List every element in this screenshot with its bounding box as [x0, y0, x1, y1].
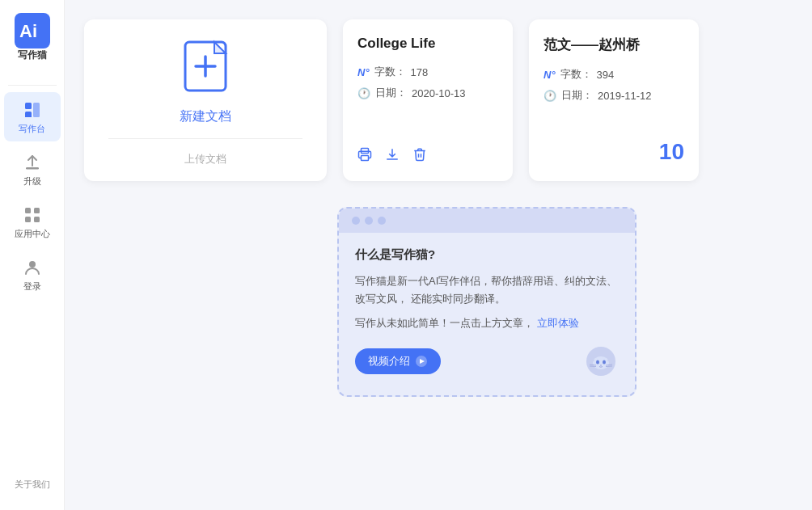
info-box-header — [339, 209, 635, 233]
fan-wen-card[interactable]: 范文——赵州桥 N° 字数： 394 🕐 日期： 2019-11-12 10 — [529, 19, 699, 181]
sidebar-item-apps-label: 应用中心 — [15, 228, 50, 240]
svg-rect-7 — [34, 208, 40, 213]
fan-wen-word-count: N° 字数： 394 — [543, 67, 684, 82]
svg-rect-3 — [25, 112, 32, 117]
fan-wen-title: 范文——赵州桥 — [543, 36, 684, 54]
svg-point-23 — [603, 360, 606, 365]
svg-point-10 — [29, 261, 36, 268]
svg-line-28 — [606, 366, 612, 367]
fan-wen-date-value: 2019-11-12 — [598, 90, 652, 102]
svg-rect-8 — [25, 217, 31, 222]
info-box-cta: 写作从未如此简单！一点击上方文章， 立即体验 — [355, 316, 619, 331]
logo-area: Ai 写作猫 — [15, 13, 50, 62]
fan-wen-word-count-label: 字数： — [560, 67, 592, 82]
svg-point-24 — [600, 365, 602, 365]
new-doc-icon — [173, 34, 238, 99]
svg-rect-4 — [33, 103, 40, 117]
new-doc-icon-wrap — [173, 34, 238, 99]
traffic-dot-2 — [365, 217, 373, 225]
college-life-date: 🕐 日期： 2020-10-13 — [357, 86, 498, 100]
svg-rect-6 — [25, 208, 31, 213]
print-button[interactable] — [357, 147, 372, 165]
sidebar-item-upgrade[interactable]: 升级 — [4, 145, 61, 194]
svg-line-26 — [590, 366, 596, 367]
word-count-label: 字数： — [374, 65, 406, 79]
upgrade-icon — [21, 151, 44, 174]
about-us-link[interactable]: 关于我们 — [8, 472, 57, 497]
logo-icon: Ai — [15, 13, 50, 48]
logo-text: 写作猫 — [18, 48, 47, 62]
new-doc-label: 新建文档 — [180, 108, 231, 125]
cat-mascot-icon — [583, 344, 619, 379]
date-label: 日期： — [375, 86, 407, 100]
date-icon: 🕐 — [357, 87, 370, 99]
svg-rect-2 — [25, 103, 32, 109]
word-count-icon: N° — [357, 66, 370, 78]
sidebar-divider — [8, 85, 57, 86]
info-box: 什么是写作猫? 写作猫是新一代AI写作伴侣，帮你措辞用语、纠的文法、改写文风， … — [337, 207, 636, 397]
sidebar-bottom: 关于我们 — [8, 472, 57, 497]
svg-rect-9 — [34, 217, 40, 222]
sidebar-item-workspace[interactable]: 写作台 — [4, 92, 61, 141]
fan-wen-date: 🕐 日期： 2019-11-12 — [543, 88, 684, 103]
svg-text:Ai: Ai — [19, 21, 37, 41]
fan-wen-word-count-value: 394 — [597, 69, 615, 81]
sidebar-item-login[interactable]: 登录 — [4, 250, 61, 299]
info-box-footer: 视频介绍 — [355, 344, 619, 379]
college-life-word-count: N° 字数： 178 — [357, 65, 498, 79]
fan-wen-date-label: 日期： — [561, 88, 593, 103]
college-life-card[interactable]: College Life N° 字数： 178 🕐 日期： 2020-10-13 — [343, 19, 513, 181]
main-content: 新建文档 上传文档 College Life N° 字数： 178 🕐 日期： … — [65, 0, 812, 510]
download-button[interactable] — [385, 147, 400, 165]
traffic-dot-3 — [378, 217, 386, 225]
sidebar-item-workspace-label: 写作台 — [19, 123, 45, 135]
college-life-date-value: 2020-10-13 — [412, 87, 466, 99]
traffic-dot-1 — [352, 217, 360, 225]
sidebar-item-login-label: 登录 — [23, 280, 41, 293]
college-life-title: College Life — [357, 36, 498, 52]
upload-doc-label[interactable]: 上传文档 — [184, 152, 226, 166]
fan-wen-badge: 10 — [543, 139, 684, 165]
info-box-cta-link[interactable]: 立即体验 — [537, 317, 579, 329]
info-box-desc: 写作猫是新一代AI写作伴侣，帮你措辞用语、纠的文法、改写文风， 还能实时同步翻译… — [355, 272, 619, 308]
svg-point-22 — [596, 360, 599, 365]
svg-rect-15 — [362, 156, 369, 161]
info-box-body: 什么是写作猫? 写作猫是新一代AI写作伴侣，帮你措辞用语、纠的文法、改写文风， … — [339, 233, 635, 395]
video-intro-button[interactable]: 视频介绍 — [355, 348, 441, 374]
cards-row: 新建文档 上传文档 College Life N° 字数： 178 🕐 日期： … — [84, 19, 793, 181]
workspace-icon — [21, 99, 44, 121]
info-box-title: 什么是写作猫? — [355, 247, 619, 263]
fan-wen-date-icon: 🕐 — [543, 90, 556, 102]
info-box-cta-text: 写作从未如此简单！一点击上方文章， — [355, 317, 534, 329]
video-btn-label: 视频介绍 — [368, 354, 410, 369]
svg-rect-5 — [26, 167, 39, 170]
college-life-actions — [357, 137, 498, 165]
sidebar: Ai 写作猫 写作台 升级 — [0, 0, 65, 510]
fan-wen-word-count-icon: N° — [543, 69, 556, 81]
sidebar-item-upgrade-label: 升级 — [23, 175, 41, 188]
play-icon — [415, 355, 428, 368]
login-icon — [21, 256, 44, 279]
college-life-word-count-value: 178 — [411, 66, 429, 78]
apps-icon — [21, 204, 44, 226]
delete-button[interactable] — [412, 147, 427, 165]
new-doc-card[interactable]: 新建文档 上传文档 — [84, 19, 327, 181]
sidebar-item-apps[interactable]: 应用中心 — [4, 197, 61, 247]
